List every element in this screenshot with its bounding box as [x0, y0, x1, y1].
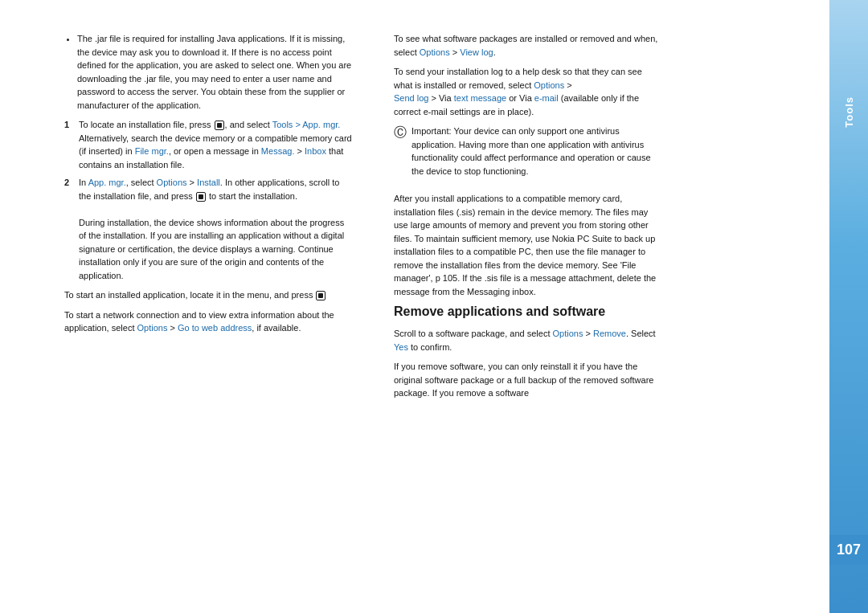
sidebar-label: Tools — [843, 96, 855, 128]
email-link[interactable]: e-mail — [534, 93, 559, 103]
install-link[interactable]: Install — [197, 178, 220, 187]
options-link1[interactable]: Options — [157, 178, 187, 187]
step-2-number: 2 — [64, 176, 74, 282]
step-1: 1 To locate an installation file, press … — [64, 118, 354, 171]
options-link2[interactable]: Options — [137, 323, 168, 333]
remove-link[interactable]: Remove — [593, 329, 626, 338]
options-remove-link[interactable]: Options — [553, 329, 583, 338]
para-network: To start a network connection and to vie… — [64, 309, 354, 335]
send-log-link[interactable]: Send log — [394, 93, 428, 103]
app-mgr-link2[interactable]: App. mgr. — [88, 178, 126, 187]
inbox-link[interactable]: Inbox — [305, 146, 326, 156]
important-note: Ⓒ Important: Your device can only suppor… — [394, 125, 659, 184]
para-memory: After you install applications to a comp… — [394, 192, 659, 298]
important-icon: Ⓒ — [394, 123, 407, 184]
step-2: 2 In App. mgr., select Options > Install… — [64, 176, 354, 282]
messag-link[interactable]: Messag. — [261, 146, 295, 156]
key-icon-2 — [196, 192, 206, 202]
bullet-item-1: The .jar file is required for installing… — [77, 32, 354, 112]
para-send-log: To send your installation log to a help … — [394, 65, 659, 118]
sidebar: Tools 107 — [829, 0, 868, 613]
key-icon-3 — [316, 291, 326, 300]
page-number: 107 — [829, 535, 868, 565]
tools-appmgr-link[interactable]: Tools > App. mgr. — [272, 120, 341, 129]
options-send-log-link[interactable]: Options — [534, 80, 564, 90]
bullet-text-1: The .jar file is required for installing… — [77, 34, 351, 110]
para-view-log: To see what software packages are instal… — [394, 32, 659, 59]
bullet-list: The .jar file is required for installing… — [77, 32, 354, 112]
step-1-number: 1 — [64, 118, 74, 171]
right-column: To see what software packages are instal… — [386, 32, 659, 581]
important-text: Important: Your device can only support … — [411, 125, 659, 178]
go-to-web-link[interactable]: Go to web address — [178, 323, 252, 333]
step-1-content: To locate an installation file, press , … — [79, 118, 354, 171]
para-remove-scroll: Scroll to a software package, and select… — [394, 327, 659, 353]
key-icon — [215, 121, 224, 130]
step-2-content: In App. mgr., select Options > Install. … — [79, 176, 354, 282]
file-mgr-link[interactable]: File mgr. — [135, 146, 169, 156]
yes-link[interactable]: Yes — [394, 342, 408, 352]
text-message-link[interactable]: text message — [454, 93, 506, 103]
para-start-app: To start an installed application, locat… — [64, 288, 354, 302]
page-container: The .jar file is required for installing… — [0, 0, 868, 613]
section-heading: Remove applications and software — [394, 304, 659, 319]
options-view-log-link[interactable]: Options — [420, 47, 450, 57]
view-log-link[interactable]: View log — [460, 47, 493, 57]
numbered-list: 1 To locate an installation file, press … — [64, 118, 354, 282]
content-area: The .jar file is required for installing… — [0, 0, 829, 613]
left-column: The .jar file is required for installing… — [64, 32, 362, 581]
para-reinstall: If you remove software, you can only rei… — [394, 360, 659, 400]
